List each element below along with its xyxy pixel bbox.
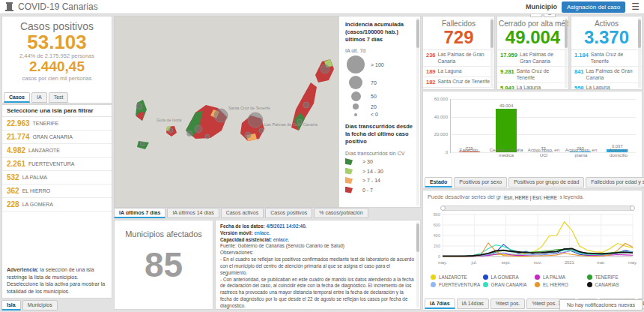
island-count: 4.982: [7, 146, 25, 154]
legend-days-swatch: [345, 168, 353, 175]
legend-circle-label: 20: [371, 104, 377, 110]
stat-list-item[interactable]: 5.843La Laguna: [497, 83, 568, 90]
time-range-slider[interactable]: [441, 206, 634, 211]
stat-value: 729: [423, 28, 494, 50]
island-row[interactable]: 22.963TENERIFE: [2, 117, 112, 130]
tab-positives-1[interactable]: IA: [31, 92, 47, 103]
tab-bar-1[interactable]: Positivos por sexo: [454, 177, 507, 188]
info-line: Fuente: Gobierno de Canarias (Servicio C…: [220, 243, 414, 250]
legend-item-gran-canaria[interactable]: GRAN CANARIA: [483, 282, 535, 287]
legend-days-label: > 14 - 30: [362, 169, 383, 174]
legend-item-la-palma[interactable]: LA PALMA: [535, 274, 587, 280]
legend-circle-label: > 100: [371, 62, 384, 68]
legend-item-tenerife[interactable]: TENERIFE: [587, 274, 640, 280]
stat-list-item[interactable]: 189La Laguna: [423, 67, 494, 77]
legend-circle-item: 20: [345, 104, 417, 110]
legend-dot: [431, 282, 436, 287]
legend-circle-item: 70: [345, 76, 417, 89]
legend-label: GRAN CANARIA: [491, 282, 527, 287]
island-label: FUERTEVENTURA: [28, 161, 74, 166]
tab-positives-0[interactable]: Casos: [4, 92, 30, 103]
island-row[interactable]: 228LA GOMERA: [2, 198, 112, 212]
stat-item-label: Santa Cruz de Tenerife: [438, 79, 490, 85]
tab-line-2[interactable]: %test pos.: [490, 298, 526, 309]
assign-case-button[interactable]: Asignación del caso: [562, 2, 625, 13]
island-count: 228: [7, 200, 19, 208]
island-row[interactable]: 362EL HIERRO: [2, 184, 112, 198]
positive-cases-rate-label: casos por cien mil personas: [2, 75, 112, 82]
tab-map-3[interactable]: Casos positivos: [265, 208, 312, 218]
bar-category-label: Activo hosp. en planta: [562, 147, 600, 158]
stat-list-item[interactable]: 236Las Palmas de Gran Canaria: [423, 50, 494, 67]
info-value: 4/5/2021 14:02:40.: [265, 224, 307, 229]
tab-positives-2[interactable]: Test: [49, 92, 69, 103]
legend-item-canarias[interactable]: CANARIAS: [587, 282, 640, 287]
legend-circle-symbol: [353, 104, 359, 110]
legend-days-swatch: [345, 177, 353, 184]
tab-line-0[interactable]: IA 7días: [425, 298, 455, 309]
slider-handle-left[interactable]: [440, 206, 446, 211]
info-scrollbar[interactable]: [416, 222, 419, 308]
tab-map-1[interactable]: IA últimos 14 días: [167, 208, 219, 218]
legend-days-label: > 7 - 14: [362, 178, 380, 183]
stat-scrollbar[interactable]: [565, 18, 568, 88]
stat-list-item[interactable]: 841Las Palmas de Gran Canaria: [571, 67, 642, 83]
bar-1[interactable]: [496, 109, 517, 152]
island-row[interactable]: 532LA PALMA: [2, 171, 112, 184]
tab-bar-0[interactable]: Estado: [425, 177, 452, 188]
svg-text:jul.: jul.: [471, 260, 478, 265]
tab-map-0[interactable]: IA últimos 7 días: [114, 208, 165, 218]
stat-scrollbar[interactable]: [638, 18, 641, 88]
legend-dot: [587, 282, 592, 287]
tab-map-2[interactable]: Casos activos: [221, 208, 264, 218]
legend-label: EL HIERRO: [543, 282, 568, 287]
island-filter-panel: Seleccione una isla para filtrar 22.963T…: [1, 104, 112, 298]
tab-map-4[interactable]: % casos/población: [314, 208, 368, 218]
stat-list-item[interactable]: 9.281Santa Cruz de Tenerife: [497, 67, 568, 83]
info-panel: Fecha de los datos: 4/5/2021 14:02:40.Ve…: [215, 220, 421, 310]
legend-dot: [483, 282, 488, 287]
timeseries-panel: Puede desactivar series del gráfico haci…: [422, 190, 643, 310]
stat-value: 49.004: [497, 28, 568, 50]
info-link[interactable]: enlace.: [253, 230, 270, 236]
stat-item-count: 17.959: [500, 52, 517, 58]
legend-label: CANARIAS: [595, 282, 619, 287]
svg-text:nov.: nov.: [534, 260, 542, 265]
legend-dot: [535, 282, 540, 287]
info-label: Versión móvil:: [220, 230, 253, 236]
tab-bar-2[interactable]: Positivos por grupo de edad: [508, 177, 584, 188]
positive-cases-value: 53.103: [2, 32, 112, 52]
island-filter-title: Seleccione una isla para filtrar: [2, 105, 112, 117]
legend-title: Incidencia acumulada (casos/100000 hab.)…: [345, 21, 417, 43]
stat-item-label: Las Palmas de Gran Canaria: [520, 52, 565, 64]
island-row[interactable]: 4.982LANZAROTE: [2, 144, 112, 158]
stat-list-item[interactable]: 558La Laguna: [571, 83, 642, 90]
svg-text:200: 200: [434, 244, 440, 248]
legend-item-lanzarote[interactable]: LANZAROTE: [431, 274, 483, 280]
island-list: 22.963TENERIFE21.774GRAN CANARIA4.982LAN…: [2, 117, 112, 212]
tab-left-0[interactable]: Isla: [1, 300, 21, 310]
stat-list-item[interactable]: 1.184Santa Cruz de Tenerife: [571, 50, 642, 67]
slider-handle-right[interactable]: [630, 206, 635, 211]
line-chart: 8006004002000may.jul.sept.nov.2021mar.ma…: [425, 212, 640, 274]
island-row[interactable]: 21.774GRAN CANARIA: [2, 130, 112, 144]
info-link[interactable]: enlace.: [272, 237, 289, 242]
tab-bar-3[interactable]: Fallecidos por edad y sexo: [586, 177, 644, 188]
municipalities-panel: Municipios afectados 85: [114, 220, 213, 310]
stat-list-item[interactable]: 17.959Las Palmas de Gran Canaria: [497, 50, 568, 67]
tab-left-1[interactable]: Municipios: [22, 300, 58, 310]
legend-days-swatch: [345, 187, 353, 194]
island-row[interactable]: 2.261FUERTEVENTURA: [2, 158, 112, 171]
stat-list-item[interactable]: 182Santa Cruz de Tenerife: [423, 77, 494, 88]
tab-line-1[interactable]: IA 14días: [457, 298, 489, 309]
legend-item-fuerteventura[interactable]: FUERTEVENTURA: [431, 282, 483, 287]
legend-item-la-gomera[interactable]: LA GOMERA: [483, 274, 535, 280]
app-header: COVID-19 Canarias Municipio Asignación d…: [0, 0, 644, 14]
island-warning: Advertencia: la selección de una isla re…: [7, 266, 107, 295]
legend-scrollbar[interactable]: [416, 18, 419, 206]
gobierno-canarias-logo-icon: [4, 2, 14, 12]
legend-item-el-hierro[interactable]: EL HIERRO: [535, 282, 587, 287]
svg-text:may.: may.: [438, 260, 448, 265]
stat-scrollbar[interactable]: [490, 18, 493, 88]
menu-icon[interactable]: ☰: [631, 2, 640, 12]
